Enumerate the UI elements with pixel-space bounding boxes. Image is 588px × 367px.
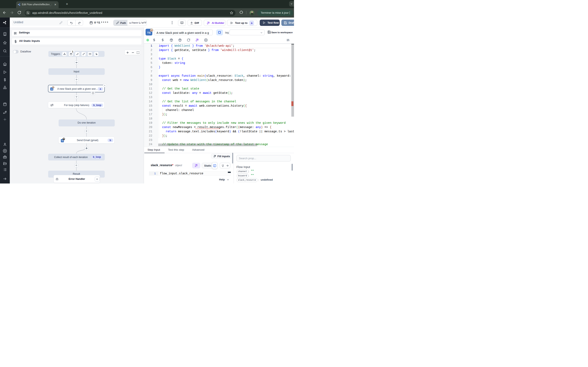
svg-text:f: f <box>214 165 215 167</box>
